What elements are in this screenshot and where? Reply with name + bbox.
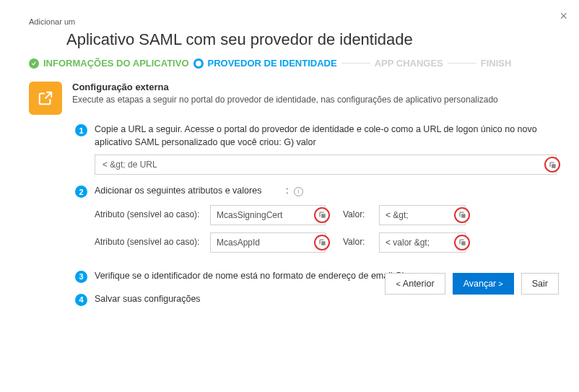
config-step-1: 1 Copie a URL a seguir. Acesse o portal …	[75, 123, 556, 175]
wizard-step-label: APP CHANGES	[375, 58, 443, 69]
copy-attr-button[interactable]	[314, 207, 330, 223]
wizard-step-appinfo: INFORMAÇÕES DO APLICATIVO	[29, 58, 189, 69]
wizard-step-finish: FINISH	[481, 58, 512, 69]
close-icon[interactable]: ×	[560, 9, 567, 24]
section-desc: Execute as etapas a seguir no portal do …	[72, 94, 498, 106]
wizard-step-label: INFORMAÇÕES DO APLICATIVO	[43, 58, 189, 69]
step-divider	[448, 63, 476, 64]
dialog-footer: < Anterior Avançar > Sair	[385, 273, 559, 295]
step-number: 4	[75, 294, 87, 306]
attribute-label: Atributo (sensível ao caso):	[95, 209, 203, 221]
copy-icon	[458, 238, 466, 246]
attribute-name-field[interactable]	[210, 232, 326, 253]
next-button[interactable]: Avançar >	[453, 273, 514, 295]
value-label: Valor:	[343, 209, 372, 221]
value-label: Valor:	[343, 236, 372, 248]
config-step-4: 4 Salvar suas configurações	[75, 293, 556, 306]
wizard-step-label: FINISH	[481, 58, 512, 69]
exit-button[interactable]: Sair	[521, 273, 559, 295]
step-text: Salvar suas configurações	[95, 293, 556, 306]
info-icon[interactable]: i	[294, 187, 303, 196]
attribute-row-1: Atributo (sensível ao caso): Valor:	[95, 205, 556, 225]
copy-icon	[318, 211, 326, 219]
step-number: 1	[75, 124, 87, 136]
sso-url-field[interactable]	[95, 154, 557, 175]
wizard-steps: INFORMAÇÕES DO APLICATIVO PROVEDOR DE ID…	[29, 58, 556, 69]
check-icon	[29, 58, 39, 69]
breadcrumb: Adicionar um	[29, 17, 556, 26]
attribute-value-field[interactable]	[379, 232, 466, 253]
page-title: Aplicativo SAML com seu provedor de iden…	[66, 30, 556, 49]
config-step-2: 2 Adicionar os seguintes atributos e val…	[75, 185, 556, 260]
step-number: 3	[75, 271, 87, 283]
copy-url-button[interactable]	[544, 157, 560, 173]
attribute-name-field[interactable]	[210, 205, 326, 225]
copy-attr-button[interactable]	[314, 235, 330, 251]
wizard-step-idp: PROVEDOR DE IDENTIDADE	[193, 58, 337, 69]
copy-value-button[interactable]	[454, 235, 470, 251]
colon: :	[286, 186, 288, 196]
section-title: Configuração externa	[72, 82, 498, 92]
active-dot-icon	[193, 58, 204, 69]
attribute-row-2: Atributo (sensível ao caso): Valor:	[95, 232, 556, 253]
external-config-section: Configuração externa Execute as etapas a…	[29, 82, 556, 115]
wizard-step-appchanges: APP CHANGES	[375, 58, 443, 69]
attribute-value-field[interactable]	[379, 205, 466, 225]
copy-icon	[318, 238, 326, 246]
external-link-icon	[29, 82, 62, 115]
step-text: Copie a URL a seguir. Acesse o portal do…	[95, 124, 537, 147]
attribute-label: Atributo (sensível ao caso):	[95, 236, 203, 248]
step-divider	[341, 63, 370, 64]
copy-icon	[458, 211, 466, 219]
copy-icon	[549, 161, 557, 169]
wizard-step-label: PROVEDOR DE IDENTIDADE	[208, 58, 337, 69]
previous-button[interactable]: < Anterior	[385, 273, 445, 295]
step-text: Adicionar os seguintes atributos e valor…	[95, 186, 261, 196]
step-number: 2	[75, 186, 87, 198]
saml-idp-dialog: × Adicionar um Aplicativo SAML com seu p…	[0, 0, 579, 306]
copy-value-button[interactable]	[454, 207, 470, 223]
